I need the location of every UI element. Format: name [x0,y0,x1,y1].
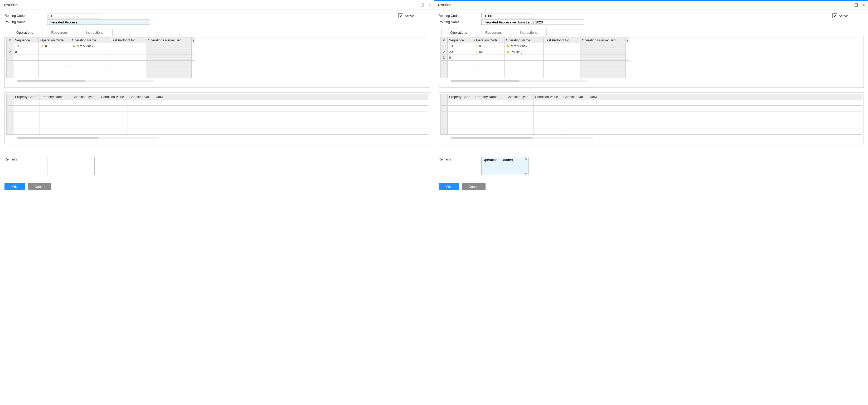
col-test-protocol[interactable]: Test Protocol No [544,37,581,43]
cell-op-name[interactable]: Packing [504,49,544,55]
col-sequence[interactable]: Sequence [13,37,39,43]
cell-op-name[interactable]: Mix & Pack [70,43,110,49]
col-test-protocol[interactable]: Test Protocol No [110,37,146,43]
close-icon[interactable] [428,3,432,7]
col-op-name[interactable]: Operation Name [504,37,544,43]
cancel-button[interactable]: Cancel [462,183,486,190]
col-condition-value[interactable]: Condition Value [533,94,562,100]
cell-op-name[interactable] [504,55,544,61]
col-uom[interactable]: UoM [154,94,428,100]
table-row[interactable] [441,61,863,66]
cell-op-code[interactable]: 02 [473,49,504,55]
cell-op-name[interactable]: Mix & Pack [504,43,544,49]
cell-op-code[interactable]: 01 [473,43,504,49]
cell-overlay-seq[interactable] [581,43,626,49]
close-icon[interactable] [862,3,865,7]
routing-code-input[interactable] [47,13,100,19]
col-op-code[interactable]: Operation Code [473,37,504,43]
link-arrow-icon[interactable] [506,44,509,48]
ok-button[interactable]: OK [4,183,25,190]
cancel-button[interactable]: Cancel [28,183,52,190]
col-index[interactable] [441,94,447,100]
table-row[interactable] [441,66,863,72]
minimize-icon[interactable] [847,3,850,7]
minimize-icon[interactable] [413,3,417,7]
cell-overlay-seq[interactable] [581,49,626,55]
col-condition-value[interactable]: Condition Value [99,94,128,100]
link-arrow-icon[interactable] [474,44,477,48]
col-property-code[interactable]: Property Code [13,94,40,100]
table-row[interactable] [441,123,863,129]
spin-up-icon[interactable]: ⮝ [524,158,528,160]
maximize-icon[interactable] [854,3,858,7]
cell-overlay-seq[interactable] [581,55,626,61]
cell-sequence[interactable]: 0 [447,55,473,61]
cell-sequence[interactable]: 10 [447,43,473,49]
table-row[interactable] [441,112,863,117]
cell-test-protocol[interactable] [544,55,581,61]
link-arrow-icon[interactable] [72,44,75,48]
col-index[interactable] [7,94,13,100]
table-row[interactable]: 3 0 [441,55,863,61]
table-row[interactable] [7,112,428,117]
cell-test-protocol[interactable] [544,43,581,49]
cell-op-name[interactable] [70,49,110,55]
col-condition-type[interactable]: Condition Type [505,94,533,100]
table-row[interactable] [7,61,428,66]
active-checkbox[interactable] [832,13,837,18]
col-op-name[interactable]: Operation Name [70,37,110,43]
table-row[interactable]: 1 10 01 Mix & Pack [441,43,863,49]
col-condition-value-to[interactable]: Condition Val... [562,94,588,100]
cell-sequence[interactable]: 10 [13,43,39,49]
table-row[interactable]: 1 10 01 Mix & Pack [7,43,428,49]
cell-sequence[interactable]: 20 [447,49,473,55]
table-row[interactable] [7,72,428,78]
table-row[interactable]: 2 20 02 Packing [441,49,863,55]
remarks-input[interactable] [47,157,95,175]
routing-code-input[interactable] [481,13,534,19]
table-row[interactable] [441,100,863,106]
table-row[interactable] [7,123,428,129]
table-row[interactable] [441,72,863,78]
link-arrow-icon[interactable] [506,50,509,54]
routing-name-input[interactable] [481,20,584,25]
col-sequence[interactable]: Sequence [447,37,473,43]
tab-operations[interactable]: Operations [441,29,476,36]
tab-instructions[interactable]: Instructions [77,29,113,36]
col-index[interactable]: # [7,37,13,43]
cell-op-code[interactable] [39,49,70,55]
hscroll-props[interactable] [440,137,862,139]
cell-test-protocol[interactable] [110,43,146,49]
cell-overlay-seq[interactable] [146,49,192,55]
table-row[interactable] [7,55,428,61]
col-overlay-seq[interactable]: Operation Overlay Sequ... [146,37,192,43]
cell-op-code[interactable]: 01 [39,43,70,49]
col-property-name[interactable]: Property Name [40,94,71,100]
tab-resources[interactable]: Resources [476,29,511,36]
col-uom[interactable]: UoM [588,94,863,100]
col-condition-type[interactable]: Condition Type [71,94,99,100]
cell-test-protocol[interactable] [544,49,581,55]
cell-test-protocol[interactable] [110,49,146,55]
col-property-name[interactable]: Property Name [474,94,505,100]
hscroll-ops[interactable] [440,80,862,82]
table-row[interactable] [7,129,428,135]
routing-name-input[interactable] [47,20,150,25]
cell-sequence[interactable]: 0 [13,49,39,55]
link-arrow-icon[interactable] [474,50,477,54]
col-property-code[interactable]: Property Code [447,94,474,100]
cell-overlay-seq[interactable] [146,43,192,49]
table-row[interactable] [7,66,428,72]
table-row[interactable] [7,100,428,106]
remarks-input[interactable] [481,157,529,175]
col-overlay-seq[interactable]: Operation Overlay Sequ... [581,37,626,43]
hscroll-props[interactable] [6,137,428,139]
table-row[interactable] [441,106,863,112]
cell-op-code[interactable] [473,55,504,61]
maximize-icon[interactable] [421,3,424,7]
tab-instructions[interactable]: Instructions [511,29,547,36]
table-row[interactable] [441,117,863,123]
hscroll-ops[interactable] [6,80,428,82]
table-row[interactable]: 2 0 [7,49,428,55]
table-row[interactable] [441,129,863,135]
